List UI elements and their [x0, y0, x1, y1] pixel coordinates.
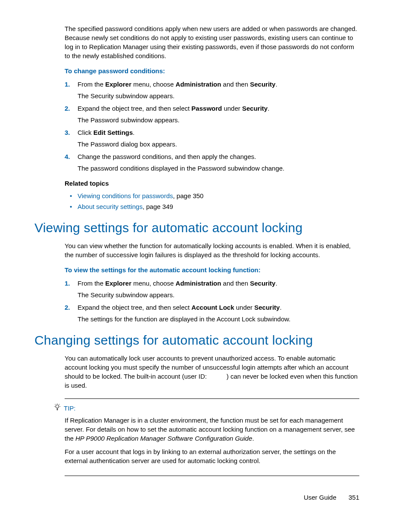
footer-label: User Guide: [304, 494, 336, 501]
step-number: 1.: [65, 80, 70, 89]
step-number: 3.: [65, 128, 70, 137]
page-footer: User Guide 351: [304, 493, 359, 502]
list-item: About security settings, page 349: [65, 202, 359, 211]
procedure-1-list: 1. From the Explorer menu, choose Admini…: [65, 80, 359, 173]
changing-intro: You can automatically lock user accounts…: [65, 354, 359, 390]
related-link[interactable]: Viewing conditions for passwords: [78, 192, 173, 199]
procedure-step: 2. Expand the object tree, and then sele…: [65, 303, 359, 324]
step-text: Expand the object tree, and then select …: [78, 105, 269, 112]
step-text: Change the password conditions, and then…: [78, 153, 256, 160]
step-text: From the Explorer menu, choose Administr…: [78, 81, 277, 88]
procedure-2-heading: To view the settings for the automatic a…: [65, 265, 359, 274]
step-subtext: The password conditions displayed in the…: [78, 164, 359, 173]
tip-paragraph: If Replication Manager is in a cluster e…: [65, 416, 359, 443]
svg-line-6: [59, 404, 60, 404]
related-topics-heading: Related topics: [65, 179, 359, 188]
procedure-2-list: 1. From the Explorer menu, choose Admini…: [65, 279, 359, 324]
step-text: Expand the object tree, and then select …: [78, 304, 282, 311]
procedure-step: 2. Expand the object tree, and then sele…: [65, 104, 359, 124]
procedure-step: 1. From the Explorer menu, choose Admini…: [65, 279, 359, 299]
related-link[interactable]: About security settings: [78, 203, 143, 210]
tip-paragraph: For a user account that logs in by linki…: [65, 447, 359, 465]
step-subtext: The settings for the function are displa…: [78, 314, 359, 324]
tip-heading: TIP:: [65, 403, 359, 413]
step-number: 2.: [65, 104, 70, 113]
related-link-rest: , page 349: [143, 203, 173, 210]
step-subtext: The Security subwindow appears.: [78, 91, 359, 100]
section-heading-changing: Changing settings for automatic account …: [34, 331, 359, 349]
step-number: 4.: [65, 152, 70, 161]
tip-label: TIP:: [64, 404, 76, 413]
step-text: Click Edit Settings.: [78, 129, 135, 136]
step-subtext: The Security subwindow appears.: [78, 290, 359, 299]
related-topics-list: Viewing conditions for passwords, page 3…: [65, 191, 359, 211]
svg-point-0: [56, 405, 59, 408]
tip-box: TIP: If Replication Manager is in a clus…: [65, 398, 359, 476]
page-number: 351: [349, 494, 359, 501]
step-text: From the Explorer menu, choose Administr…: [78, 280, 277, 287]
step-subtext: The Password dialog box appears.: [78, 140, 359, 149]
procedure-1-heading: To change password conditions:: [65, 66, 359, 75]
step-number: 2.: [65, 303, 70, 312]
viewing-intro: You can view whether the function for au…: [65, 241, 359, 259]
procedure-step: 1. From the Explorer menu, choose Admini…: [65, 80, 359, 100]
procedure-step: 4. Change the password conditions, and t…: [65, 152, 359, 173]
lightbulb-icon: [53, 403, 61, 413]
procedure-step: 3. Click Edit Settings. The Password dia…: [65, 128, 359, 149]
related-link-rest: , page 350: [173, 192, 204, 199]
section-heading-viewing: Viewing settings for automatic account l…: [34, 219, 359, 237]
step-number: 1.: [65, 279, 70, 288]
step-subtext: The Password subwindow appears.: [78, 115, 359, 124]
list-item: Viewing conditions for passwords, page 3…: [65, 191, 359, 200]
svg-line-5: [55, 404, 56, 404]
intro-paragraph: The specified password conditions apply …: [65, 24, 359, 60]
